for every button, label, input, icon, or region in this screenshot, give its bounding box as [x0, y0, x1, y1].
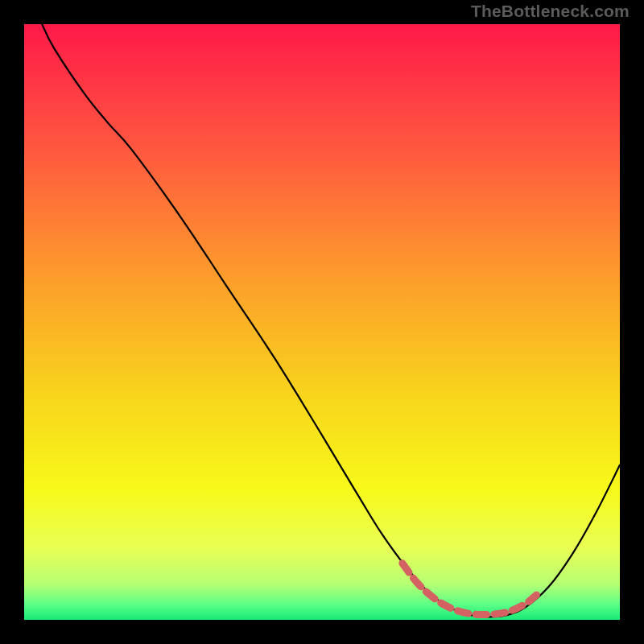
plot-area [24, 24, 620, 620]
chart-frame: TheBottleneck.com [0, 0, 644, 644]
chart-svg [24, 24, 620, 620]
watermark-text: TheBottleneck.com [471, 2, 630, 21]
gradient-background [24, 24, 620, 620]
